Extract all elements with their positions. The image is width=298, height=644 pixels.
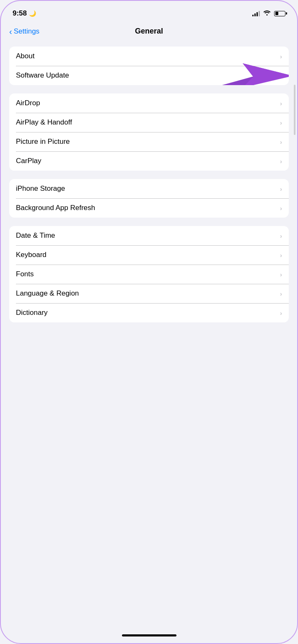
settings-row-airplay-handoff[interactable]: AirPlay & Handoff › — [9, 113, 289, 132]
settings-row-about[interactable]: About › — [9, 47, 289, 66]
settings-group-3: iPhone Storage › Background App Refresh … — [9, 179, 289, 218]
settings-group-2: AirDrop › AirPlay & Handoff › Picture in… — [9, 93, 289, 171]
carplay-chevron-icon: › — [280, 158, 282, 165]
settings-row-background-app-refresh[interactable]: Background App Refresh › — [9, 198, 289, 218]
airplay-handoff-chevron-icon: › — [280, 119, 282, 126]
airdrop-chevron-icon: › — [280, 100, 282, 107]
moon-icon: 🌙 — [29, 10, 36, 17]
settings-group-1: About › Software Update › — [9, 47, 289, 85]
dictionary-chevron-icon: › — [280, 309, 282, 317]
back-button[interactable]: ‹ Settings — [9, 27, 39, 36]
keyboard-label: Keyboard — [16, 251, 47, 259]
settings-row-keyboard[interactable]: Keyboard › — [9, 245, 289, 265]
background-app-refresh-chevron-icon: › — [280, 205, 282, 212]
settings-row-picture-in-picture[interactable]: Picture in Picture › — [9, 132, 289, 151]
about-chevron-icon: › — [280, 53, 282, 60]
page-title: General — [135, 27, 163, 36]
nav-header: ‹ Settings General — [1, 23, 297, 42]
settings-group-4: Date & Time › Keyboard › Fonts › Languag… — [9, 226, 289, 322]
time-display: 9:58 — [13, 9, 27, 18]
home-indicator — [122, 634, 176, 636]
settings-row-carplay[interactable]: CarPlay › — [9, 151, 289, 171]
status-bar: 9:58 🌙 — [1, 1, 297, 23]
date-time-chevron-icon: › — [280, 232, 282, 239]
keyboard-chevron-icon: › — [280, 252, 282, 259]
carplay-label: CarPlay — [16, 157, 41, 165]
fonts-chevron-icon: › — [280, 271, 282, 278]
airdrop-label: AirDrop — [16, 99, 40, 107]
settings-row-date-time[interactable]: Date & Time › — [9, 226, 289, 245]
date-time-label: Date & Time — [16, 231, 55, 240]
fonts-label: Fonts — [16, 270, 34, 278]
settings-content: About › Software Update › AirDrop › AirP… — [1, 42, 297, 335]
language-region-chevron-icon: › — [280, 290, 282, 297]
dictionary-label: Dictionary — [16, 309, 48, 317]
back-chevron-icon: ‹ — [9, 27, 12, 36]
settings-row-fonts[interactable]: Fonts › — [9, 265, 289, 284]
settings-row-software-update[interactable]: Software Update › — [9, 66, 289, 85]
picture-in-picture-chevron-icon: › — [280, 138, 282, 145]
wifi-icon — [263, 10, 271, 17]
settings-row-airdrop[interactable]: AirDrop › — [9, 93, 289, 113]
language-region-label: Language & Region — [16, 289, 79, 298]
settings-row-language-region[interactable]: Language & Region › — [9, 284, 289, 303]
settings-row-dictionary[interactable]: Dictionary › — [9, 303, 289, 322]
airplay-handoff-label: AirPlay & Handoff — [16, 118, 72, 127]
software-update-label: Software Update — [16, 71, 69, 80]
picture-in-picture-label: Picture in Picture — [16, 138, 70, 146]
settings-row-iphone-storage[interactable]: iPhone Storage › — [9, 179, 289, 198]
signal-icon — [252, 10, 260, 16]
iphone-storage-label: iPhone Storage — [16, 184, 65, 193]
background-app-refresh-label: Background App Refresh — [16, 204, 95, 212]
iphone-storage-chevron-icon: › — [280, 185, 282, 192]
status-icons — [252, 10, 285, 17]
back-label: Settings — [14, 27, 39, 36]
software-update-chevron-icon: › — [280, 72, 282, 79]
scrollbar[interactable] — [294, 85, 295, 135]
about-label: About — [16, 52, 34, 60]
status-time: 9:58 🌙 — [13, 9, 36, 18]
battery-icon — [274, 11, 285, 16]
